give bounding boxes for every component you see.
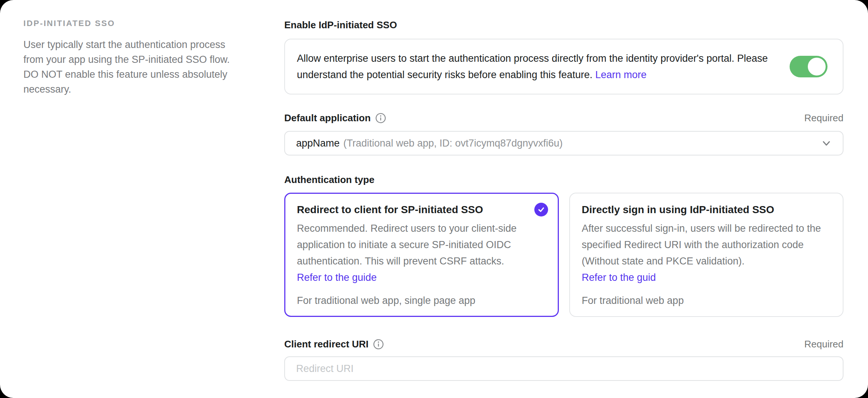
default-application-select[interactable]: appName (Traditional web app, ID: ovt7ic… — [284, 131, 843, 155]
banner-text: Allow enterprise users to start the auth… — [297, 53, 768, 80]
selected-app-detail: (Traditional web app, ID: ovt7icymq87dgn… — [343, 138, 563, 149]
refer-to-guide-link[interactable]: Refer to the guid — [582, 269, 831, 286]
client-redirect-uri-label: Client redirect URI — [284, 338, 384, 350]
required-badge: Required — [804, 112, 843, 124]
learn-more-link[interactable]: Learn more — [595, 69, 647, 80]
client-redirect-uri-label-text: Client redirect URI — [284, 338, 369, 350]
section-heading: IDP-INITIATED SSO — [23, 19, 247, 28]
option-card-idp-initiated[interactable]: Directly sign in using IdP-initiated SSO… — [569, 193, 844, 317]
option-card-sp-initiated[interactable]: Redirect to client for SP-initiated SSO … — [284, 193, 559, 317]
client-redirect-uri-label-row: Client redirect URI Required — [284, 338, 843, 350]
enable-sso-toggle[interactable] — [790, 56, 827, 77]
enable-sso-banner-text: Allow enterprise users to start the auth… — [297, 50, 776, 83]
default-application-label: Default application — [284, 112, 386, 124]
chevron-down-icon — [820, 137, 832, 149]
authentication-type-options: Redirect to client for SP-initiated SSO … — [284, 193, 843, 317]
default-application-label-text: Default application — [284, 112, 371, 124]
default-application-label-row: Default application Required — [284, 112, 843, 124]
required-badge: Required — [804, 338, 843, 350]
option-title: Redirect to client for SP-initiated SSO — [297, 204, 546, 216]
info-icon[interactable] — [373, 339, 384, 350]
enable-sso-banner: Allow enterprise users to start the auth… — [284, 39, 843, 94]
enable-sso-label-row: Enable IdP-initiated SSO — [284, 19, 843, 31]
toggle-knob — [808, 58, 826, 76]
selected-app-name: appName — [296, 138, 340, 149]
form-column: Enable IdP-initiated SSO Allow enterpris… — [284, 0, 843, 398]
section-description-column: IDP-INITIATED SSO User typically start t… — [0, 0, 284, 398]
refer-to-guide-link[interactable]: Refer to the guide — [297, 269, 546, 286]
enable-sso-label: Enable IdP-initiated SSO — [284, 19, 397, 31]
check-icon — [534, 203, 548, 216]
option-title: Directly sign in using IdP-initiated SSO — [582, 204, 831, 216]
authentication-type-label-row: Authentication type — [284, 173, 843, 186]
info-icon[interactable] — [375, 113, 386, 123]
idp-initiated-sso-settings-panel: IDP-INITIATED SSO User typically start t… — [0, 0, 868, 398]
option-description: Recommended. Redirect users to your clie… — [297, 220, 546, 269]
authentication-type-label: Authentication type — [284, 174, 375, 186]
option-footnote: For traditional web app, single page app — [297, 295, 546, 306]
redirect-uri-input[interactable] — [284, 356, 843, 381]
option-footnote: For traditional web app — [582, 295, 831, 306]
option-description: After successful sign-in, users will be … — [582, 220, 831, 269]
section-description: User typically start the authentication … — [23, 37, 247, 97]
